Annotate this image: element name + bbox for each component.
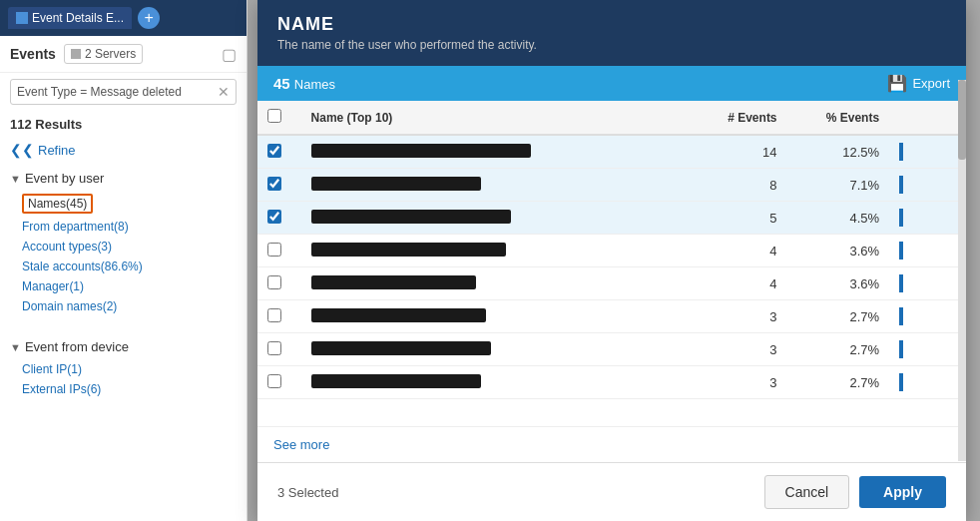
- names-count-display: 45 Names: [273, 75, 335, 92]
- modal-box: NAME The name of the user who performed …: [257, 0, 966, 521]
- row-bar-cell-1: [889, 169, 966, 202]
- external-ips-item[interactable]: External IPs(6): [0, 379, 246, 399]
- name-bar-visual: [311, 243, 506, 257]
- tab-label: Event Details E...: [32, 11, 124, 25]
- row-name-7: [301, 366, 685, 399]
- filter-clear-button[interactable]: ✕: [218, 84, 230, 100]
- server-icon: [71, 49, 81, 59]
- name-bar-visual: [311, 177, 481, 191]
- see-more-link[interactable]: See more: [273, 437, 329, 452]
- mini-bar-visual: [899, 209, 903, 227]
- row-bar-cell-6: [889, 333, 966, 366]
- add-tab-button[interactable]: +: [138, 7, 160, 29]
- event-by-user-header[interactable]: ▼ Event by user: [0, 166, 246, 191]
- row-bar-cell-7: [889, 366, 966, 399]
- stale-accounts-link[interactable]: Stale accounts(86.6%): [22, 260, 143, 273]
- row-bar-cell-2: [889, 202, 966, 235]
- row-checkbox-4[interactable]: [267, 275, 281, 289]
- row-checkbox-5[interactable]: [267, 308, 281, 322]
- mini-bar-visual: [899, 143, 903, 161]
- client-ip-count: (1): [67, 362, 82, 376]
- collapse-arrow-icon: ▼: [10, 173, 21, 185]
- modal-title: NAME: [277, 14, 946, 35]
- events-label: Events: [10, 46, 56, 62]
- domain-names-item[interactable]: Domain names(2): [0, 296, 246, 316]
- stale-accounts-item[interactable]: Stale accounts(86.6%): [0, 257, 246, 276]
- names-item[interactable]: Names(45): [0, 191, 246, 217]
- name-bar-visual: [311, 210, 511, 224]
- row-events-1: 8: [685, 169, 787, 202]
- row-name-5: [301, 300, 685, 333]
- servers-badge[interactable]: 2 Servers: [64, 44, 143, 64]
- export-button[interactable]: 💾 Export: [887, 74, 950, 93]
- results-count: 112 Results: [0, 111, 246, 138]
- event-from-device-header[interactable]: ▼ Event from device: [0, 334, 246, 359]
- domain-names-link[interactable]: Domain names(2): [22, 299, 117, 313]
- row-checkbox-cell-3: [257, 235, 301, 267]
- manager-link[interactable]: Manager(1): [22, 279, 84, 293]
- manager-count: (1): [69, 279, 84, 293]
- tab-bar: Event Details E... +: [0, 0, 246, 36]
- row-percent-2: 4.5%: [787, 202, 890, 235]
- event-by-user-label: Event by user: [25, 171, 105, 186]
- apply-button[interactable]: Apply: [859, 476, 946, 508]
- row-checkbox-cell-2: [257, 202, 301, 235]
- event-from-device-section: ▼ Event from device Client IP(1) Externa…: [0, 330, 246, 403]
- refine-row[interactable]: ❮❮ Refine: [0, 138, 246, 162]
- filter-bar: Event Type = Message deleted ✕: [10, 79, 237, 105]
- row-checkbox-cell-1: [257, 169, 301, 202]
- account-types-link[interactable]: Account types(3): [22, 240, 112, 254]
- modal-sub-header: 45 Names 💾 Export: [257, 66, 966, 101]
- event-by-user-section: ▼ Event by user Names(45) From departmen…: [0, 162, 246, 320]
- manager-item[interactable]: Manager(1): [0, 276, 246, 296]
- row-name-2: [301, 202, 685, 235]
- modal-scrollbar[interactable]: [958, 80, 966, 461]
- cancel-button[interactable]: Cancel: [764, 475, 850, 509]
- left-panel: Event Details E... + Events 2 Servers ▢ …: [0, 0, 247, 521]
- mini-bar-visual: [899, 307, 903, 325]
- row-checkbox-1[interactable]: [267, 177, 281, 191]
- name-bar-visual: [311, 275, 476, 289]
- row-checkbox-0[interactable]: [267, 144, 281, 158]
- row-events-0: 14: [685, 135, 787, 169]
- row-events-2: 5: [685, 202, 787, 235]
- th-bar: [889, 101, 966, 135]
- row-percent-5: 2.7%: [787, 300, 890, 333]
- save-icon: 💾: [887, 74, 907, 93]
- table-area: Name (Top 10) # Events % Events 1412.5%8…: [257, 101, 966, 426]
- account-types-item[interactable]: Account types(3): [0, 237, 246, 257]
- th-events: # Events: [685, 101, 787, 135]
- names-label: Names: [28, 197, 66, 211]
- client-ip-item[interactable]: Client IP(1): [0, 359, 246, 379]
- from-department-item[interactable]: From department(8): [0, 217, 246, 237]
- event-details-tab[interactable]: Event Details E...: [8, 7, 132, 29]
- count-number: 45: [273, 75, 290, 92]
- select-all-checkbox[interactable]: [267, 109, 281, 123]
- row-checkbox-2[interactable]: [267, 210, 281, 224]
- window-icon[interactable]: ▢: [222, 45, 237, 64]
- row-checkbox-6[interactable]: [267, 341, 281, 355]
- row-checkbox-7[interactable]: [267, 374, 281, 388]
- names-count-badge: (45): [66, 197, 87, 211]
- row-events-6: 3: [685, 333, 787, 366]
- names-box[interactable]: Names(45): [22, 194, 93, 214]
- modal-overlay: NAME The name of the user who performed …: [247, 0, 980, 521]
- mini-bar-visual: [899, 176, 903, 194]
- row-events-4: 4: [685, 267, 787, 300]
- table-row: 87.1%: [257, 169, 966, 202]
- external-ips-count: (6): [87, 382, 102, 396]
- th-name: Name (Top 10): [301, 101, 685, 135]
- refine-label: Refine: [38, 143, 76, 158]
- domain-names-count: (2): [103, 299, 118, 313]
- row-events-7: 3: [685, 366, 787, 399]
- modal-footer: 3 Selected Cancel Apply: [257, 462, 966, 521]
- events-header: Events 2 Servers ▢: [0, 36, 246, 73]
- name-bar-visual: [311, 308, 486, 322]
- table-row: 43.6%: [257, 267, 966, 300]
- external-ips-link[interactable]: External IPs(6): [22, 382, 101, 396]
- scrollbar-thumb[interactable]: [958, 80, 966, 160]
- from-department-link[interactable]: From department(8): [22, 220, 129, 234]
- client-ip-link[interactable]: Client IP(1): [22, 362, 82, 376]
- row-checkbox-3[interactable]: [267, 243, 281, 257]
- table-row: 54.5%: [257, 202, 966, 235]
